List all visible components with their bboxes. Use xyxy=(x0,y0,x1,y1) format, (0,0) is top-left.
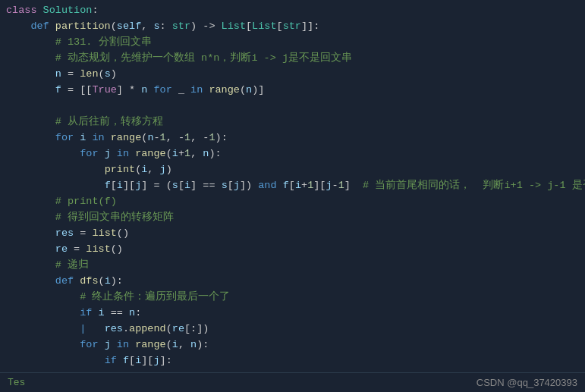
code-line-11: print(i, j) xyxy=(0,162,585,178)
code-line-10: for j in range(i+1, n): xyxy=(0,146,585,162)
code-line-16: re = list() xyxy=(0,242,585,258)
bottom-bar: Tes CSDN @qq_37420393 xyxy=(0,372,585,392)
code-line-2: def partition(self, s: str) -> List[List… xyxy=(0,19,585,35)
code-line-5: n = len(s) xyxy=(0,67,585,83)
code-line-17: # 递归 xyxy=(0,258,585,274)
code-line-21: | res.append(re[:]) xyxy=(0,321,585,337)
class-name: Solution xyxy=(43,3,93,19)
code-line-19: # 终止条件：遍历到最后一个了 xyxy=(0,290,585,306)
code-line-6: f = [[True] * n for _ in range(n)] xyxy=(0,83,585,99)
code-line-9: for i in range(n-1, -1, -1): xyxy=(0,130,585,146)
code-line-23: if f[i][j]: xyxy=(0,353,585,369)
code-line-22: for j in range(i, n): xyxy=(0,337,585,353)
code-line-13: # print(f) xyxy=(0,194,585,210)
code-line-4: # 动态规划，先维护一个数组 n*n，判断i -> j是不是回文串 xyxy=(0,51,585,67)
code-line-12: f[i][j] = (s[i] == s[j]) and f[i+1][j-1]… xyxy=(0,178,585,194)
code-container: class Solution: def partition(self, s: s… xyxy=(0,0,585,392)
keyword-class: class xyxy=(6,3,43,19)
code-line-15: res = list() xyxy=(0,226,585,242)
code-line-1: class Solution: xyxy=(0,3,585,19)
watermark-text: CSDN @qq_37420393 xyxy=(476,377,577,388)
bottom-left-text: Tes xyxy=(8,377,25,388)
code-line-18: def dfs(i): xyxy=(0,274,585,290)
code-line-20: if i == n: xyxy=(0,306,585,321)
code-line-8: # 从后往前，转移方程 xyxy=(0,114,585,130)
code-line-3: # 131. 分割回文串 xyxy=(0,35,585,51)
code-line-7 xyxy=(0,99,585,114)
code-line-14: # 得到回文串的转移矩阵 xyxy=(0,210,585,226)
